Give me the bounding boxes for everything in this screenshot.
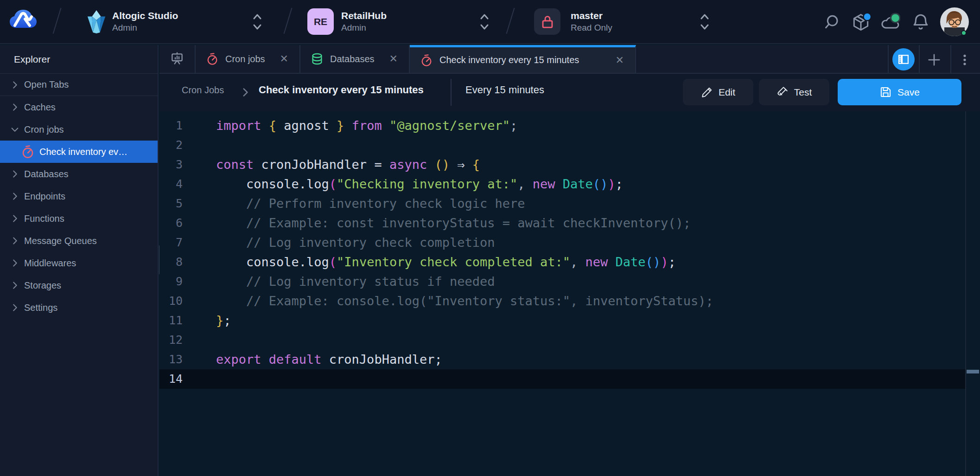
avatar[interactable]: [940, 7, 969, 37]
pencil-icon: [701, 86, 713, 98]
line-number: 5: [159, 194, 183, 213]
app-info[interactable]: RetailHub Admin: [341, 9, 387, 33]
line-number: 7: [159, 233, 183, 252]
workspace-info[interactable]: Altogic Studio Admin: [112, 9, 178, 33]
breadcrumb-chevron-icon: [239, 86, 251, 100]
cron-job-icon: [21, 145, 35, 159]
explorer-header: Explorer: [0, 45, 158, 74]
new-tab-button[interactable]: [925, 51, 943, 69]
line-number: 10: [159, 291, 183, 311]
schedule-label: Every 15 minutes: [465, 84, 544, 96]
code-line-8: console.log("Inventory check completed a…: [216, 252, 713, 272]
workspace-selector-icon[interactable]: [250, 11, 264, 34]
database-icon: [311, 52, 324, 65]
search-icon[interactable]: [821, 12, 842, 32]
sidebar-item-check-inventory-ev[interactable]: Check inventory ev…: [0, 141, 158, 163]
version-info[interactable]: master Read Only: [571, 9, 612, 33]
code-editor[interactable]: 1234567891011121314 import { agnost } fr…: [159, 111, 980, 476]
chevron-right-icon: [10, 280, 20, 290]
scrollbar-cursor-marker[interactable]: [967, 370, 979, 373]
sidebar-item-label: Settings: [24, 302, 57, 313]
kebab-icon: [958, 53, 972, 67]
code-line-2: [216, 135, 713, 155]
panel-icon: [897, 53, 910, 66]
readonly-lock-tile[interactable]: [534, 8, 560, 35]
code-line-3: const cronJobHandler = async () ⇒ {: [216, 155, 713, 174]
agnost-studio-window: Altogic Studio Admin RE RetailHub Admin: [0, 0, 980, 476]
package-icon[interactable]: [851, 12, 871, 32]
lock-icon: [540, 14, 555, 30]
sidebar-item-message-queues[interactable]: Message Queues: [0, 230, 158, 252]
line-number: 9: [159, 272, 183, 291]
sidebar-item-label: Cron jobs: [24, 124, 64, 135]
code-line-13: export default cronJobHandler;: [216, 350, 713, 369]
sidebar-item-label: Functions: [24, 213, 64, 224]
dashboard-board-icon[interactable]: [159, 45, 196, 73]
sidebar-item-storages[interactable]: Storages: [0, 274, 158, 296]
sidebar-item-cron-jobs[interactable]: Cron jobs: [0, 118, 158, 141]
line-number: 12: [159, 330, 183, 350]
sidebar-item-label: Caches: [24, 102, 56, 113]
breadcrumb-root[interactable]: Cron Jobs: [182, 85, 224, 96]
sidebar-item-label: Check inventory ev…: [39, 147, 127, 157]
sidebar-item-open-tabs[interactable]: Open Tabs: [0, 74, 158, 96]
tab-databases[interactable]: Databases✕: [300, 45, 410, 73]
line-number: 6: [159, 213, 183, 233]
code-line-9: // Log inventory status if needed: [216, 272, 713, 291]
line-number: 4: [159, 174, 183, 194]
code-content: import { agnost } from "@agnost/server";…: [216, 116, 713, 389]
line-number: 14: [159, 369, 183, 389]
tab-label: Cron jobs: [225, 54, 265, 64]
version-name: master: [571, 9, 612, 22]
sidebar-item-label: Message Queues: [24, 236, 97, 246]
save-button[interactable]: Save: [838, 79, 961, 105]
code-line-5: // Perform inventory check logic here: [216, 194, 713, 213]
line-number: 1: [159, 116, 183, 135]
sidebar-item-functions[interactable]: Functions: [0, 207, 158, 230]
save-icon: [879, 86, 892, 98]
cloud-status-icon[interactable]: [880, 12, 900, 32]
explorer-sidebar: Explorer Open TabsCachesCron jobsCheck i…: [0, 45, 159, 476]
sidebar-item-caches[interactable]: Caches: [0, 96, 158, 118]
close-icon[interactable]: ✕: [279, 53, 289, 65]
tab-check-inventory-every-15-minutes[interactable]: Check inventory every 15 minutes✕: [410, 45, 636, 73]
app-badge[interactable]: RE: [307, 8, 334, 35]
version-mode: Read Only: [571, 22, 612, 33]
app-selector-icon[interactable]: [477, 11, 491, 34]
line-number-gutter: 1234567891011121314: [159, 116, 183, 389]
panel-layout-button[interactable]: [892, 48, 915, 71]
sidebar-item-label: Open Tabs: [24, 79, 69, 90]
chevron-right-icon: [10, 191, 20, 201]
sidebar-item-label: Endpoints: [24, 191, 65, 202]
code-line-14: [216, 369, 713, 389]
line-number: 2: [159, 135, 183, 155]
agnost-logo[interactable]: [8, 7, 38, 39]
tab-options-button[interactable]: [955, 51, 974, 69]
chevron-right-icon: [10, 302, 20, 313]
sidebar-item-endpoints[interactable]: Endpoints: [0, 185, 158, 207]
sidebar-item-middlewares[interactable]: Middlewares: [0, 252, 158, 274]
sidebar-item-settings[interactable]: Settings: [0, 296, 158, 319]
sidebar-item-databases[interactable]: Databases: [0, 163, 158, 185]
tab-label: Check inventory every 15 minutes: [439, 55, 579, 65]
chevron-right-icon: [10, 213, 20, 224]
cronjob-toolbar: Cron Jobs Check inventory every 15 minut…: [159, 74, 980, 111]
close-icon[interactable]: ✕: [615, 54, 625, 66]
workspace-icon: [86, 9, 107, 36]
line-number: 3: [159, 155, 183, 174]
code-line-10: // Example: console.log("Inventory statu…: [216, 291, 713, 311]
tab-cron-jobs[interactable]: Cron jobs✕: [196, 45, 300, 73]
presence-dot: [961, 31, 966, 35]
notification-dot-blue: [863, 13, 871, 21]
version-selector-icon[interactable]: [698, 11, 712, 34]
code-line-7: // Log inventory check completion: [216, 233, 713, 252]
bell-icon[interactable]: [910, 12, 931, 32]
chevron-right-icon: [10, 80, 20, 90]
test-button[interactable]: Test: [759, 79, 829, 105]
close-icon[interactable]: ✕: [388, 53, 399, 65]
plus-icon: [926, 52, 942, 68]
edit-button[interactable]: Edit: [683, 79, 753, 105]
line-number: 13: [159, 350, 183, 369]
app-role: Admin: [341, 22, 387, 33]
page-title: Check inventory every 15 minutes: [259, 84, 424, 96]
